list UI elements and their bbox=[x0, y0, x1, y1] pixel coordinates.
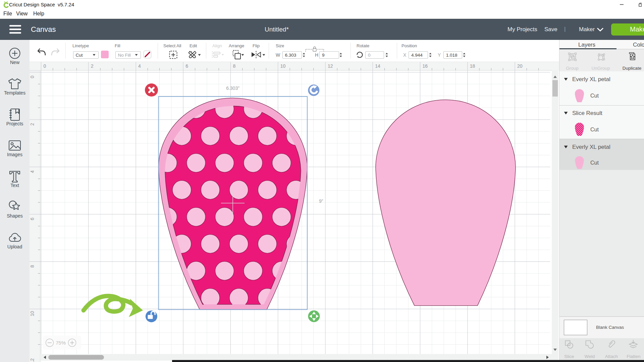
svg-text:4: 4 bbox=[30, 170, 35, 173]
svg-text:4: 4 bbox=[138, 63, 141, 69]
svg-text:8: 8 bbox=[233, 63, 236, 69]
svg-text:16: 16 bbox=[423, 63, 428, 69]
svg-text:6: 6 bbox=[30, 218, 35, 220]
svg-text:2: 2 bbox=[30, 123, 35, 126]
svg-text:0: 0 bbox=[30, 75, 35, 78]
svg-text:2: 2 bbox=[91, 63, 94, 69]
svg-text:18: 18 bbox=[470, 63, 475, 69]
svg-text:12: 12 bbox=[30, 358, 35, 362]
svg-text:20: 20 bbox=[517, 63, 523, 69]
svg-text:9”: 9” bbox=[319, 198, 323, 204]
svg-text:8: 8 bbox=[30, 265, 35, 267]
svg-text:14: 14 bbox=[375, 63, 380, 69]
svg-text:12: 12 bbox=[328, 63, 333, 69]
svg-text:75%: 75% bbox=[56, 340, 66, 346]
svg-text:6.303”: 6.303” bbox=[226, 85, 239, 91]
svg-text:10: 10 bbox=[30, 311, 35, 316]
svg-text:0: 0 bbox=[44, 63, 46, 69]
svg-text:6: 6 bbox=[185, 63, 188, 69]
svg-text:10: 10 bbox=[280, 63, 286, 69]
